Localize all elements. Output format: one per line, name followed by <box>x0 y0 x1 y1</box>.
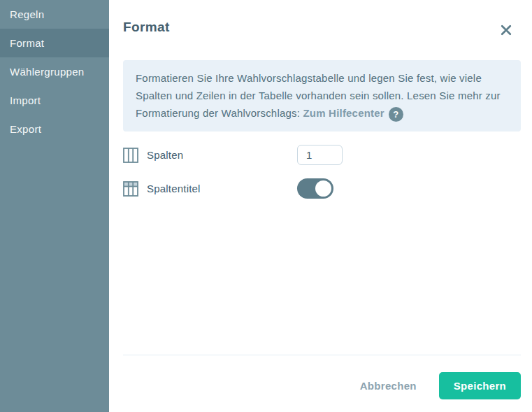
spalten-input[interactable] <box>297 145 343 165</box>
toggle-knob <box>315 180 331 197</box>
close-icon <box>500 28 512 38</box>
sidebar-item-regeln[interactable]: Regeln <box>0 0 109 29</box>
format-dialog: Format Formatieren Sie Ihre Wahlvorschla… <box>109 0 532 412</box>
content-spacer <box>123 199 521 355</box>
columns-icon <box>123 148 138 163</box>
sidebar-item-format[interactable]: Format <box>0 29 109 57</box>
sidebar-item-waehlergruppen[interactable]: Wählergruppen <box>0 57 109 86</box>
spaltentitel-label: Spaltentitel <box>147 183 297 194</box>
page-title: Format <box>123 20 170 35</box>
sidebar-item-import[interactable]: Import <box>0 86 109 115</box>
sidebar-item-export[interactable]: Export <box>0 115 109 143</box>
spalten-row: Spalten <box>123 145 521 165</box>
dialog-footer: Abbrechen Speichern <box>123 355 521 399</box>
spaltentitel-toggle[interactable] <box>297 178 333 199</box>
help-center-link[interactable]: Zum Hilfecenter <box>303 107 384 119</box>
close-button[interactable] <box>497 21 515 39</box>
sidebar: Regeln Format Wählergruppen Import Expor… <box>0 0 109 412</box>
dialog-header: Format <box>123 0 521 39</box>
info-box: Formatieren Sie Ihre Wahlvorschlagstabel… <box>123 60 521 132</box>
help-question-icon[interactable]: ? <box>389 107 403 122</box>
save-button[interactable]: Speichern <box>439 372 521 399</box>
spaltentitel-row: Spaltentitel <box>123 178 521 199</box>
column-header-icon <box>123 181 138 197</box>
spalten-label: Spalten <box>147 149 297 161</box>
cancel-button[interactable]: Abbrechen <box>360 380 417 392</box>
